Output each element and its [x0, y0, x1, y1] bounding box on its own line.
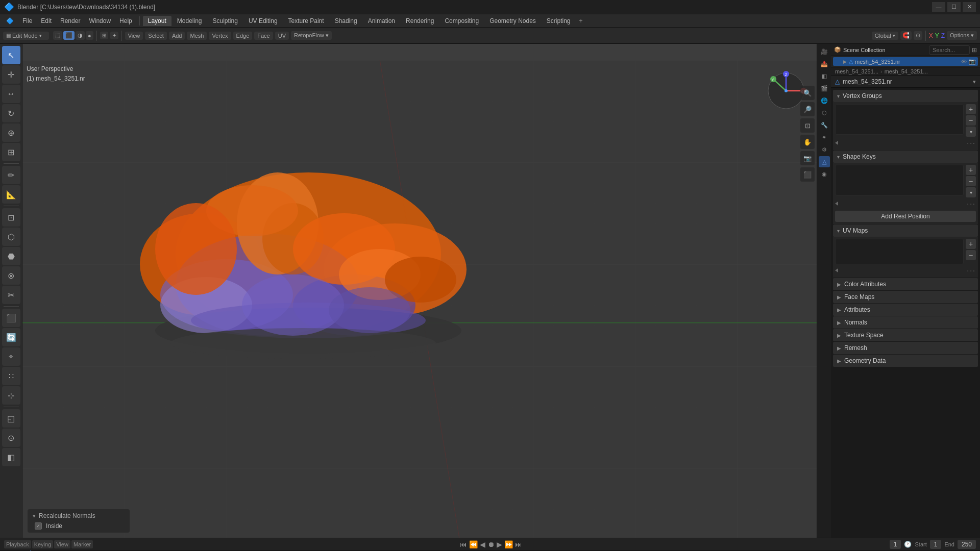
workspace-animation[interactable]: Animation [363, 16, 400, 26]
tool-knife[interactable]: ✂ [2, 286, 20, 304]
menu-uv-btn[interactable]: UV [275, 32, 289, 40]
add-rest-position-btn[interactable]: Add Rest Position [835, 211, 976, 222]
menu-edit[interactable]: Edit [37, 16, 56, 26]
tool-inset[interactable]: ⬡ [2, 228, 20, 246]
prop-icon-physics[interactable]: ⚙ [819, 144, 830, 155]
tool-spin[interactable]: 🔄 [2, 328, 20, 346]
workspace-sculpting[interactable]: Sculpting [208, 16, 243, 26]
remesh-header[interactable]: ▶ Remesh [833, 342, 978, 354]
tool-transform[interactable]: ⊞ [2, 143, 20, 161]
viewport-shading-btn-3[interactable]: ◑ [76, 31, 85, 40]
mode-selector[interactable]: ▦ Edit Mode ▾ [3, 32, 49, 40]
prev-frame-btn[interactable]: ⏪ [469, 540, 478, 548]
viewport[interactable]: User Perspective (1) mesh_54_3251.nr X Y [22, 44, 817, 538]
workspace-compositing[interactable]: Compositing [439, 16, 484, 26]
stop-btn[interactable]: ⏺ [487, 540, 495, 548]
face-maps-header[interactable]: ▶ Face Maps [833, 291, 978, 303]
tool-scale[interactable]: ⊕ [2, 123, 20, 142]
uv-nav-arrow[interactable] [835, 268, 838, 272]
workspace-texture-paint[interactable]: Texture Paint [283, 16, 329, 26]
attributes-header[interactable]: ▶ Attributes [833, 304, 978, 316]
menu-add-btn[interactable]: Add [169, 32, 185, 40]
normals-header[interactable]: ▶ Normals [833, 316, 978, 329]
tool-loop-cut[interactable]: ⊗ [2, 266, 20, 285]
vertex-group-options-btn[interactable]: ▾ [966, 127, 976, 137]
workspace-geometry-nodes[interactable]: Geometry Nodes [484, 16, 541, 26]
prop-icon-object[interactable]: ⬡ [819, 107, 830, 118]
play-reverse-btn[interactable]: ◀ [480, 540, 485, 548]
prop-icon-particles[interactable]: ⁕ [819, 132, 830, 143]
playback-btn[interactable]: Playback [4, 540, 31, 548]
prop-icon-material[interactable]: ◉ [819, 168, 830, 180]
vertex-groups-header[interactable]: ▾ Vertex Groups [833, 90, 978, 102]
shape-key-options-btn[interactable]: ▾ [966, 187, 976, 197]
breadcrumb-item-1[interactable]: mesh_54_3251... [835, 68, 878, 74]
proportional-btn[interactable]: ⊙ [914, 31, 922, 40]
geometry-data-header[interactable]: ▶ Geometry Data [833, 355, 978, 367]
workspace-shading[interactable]: Shading [330, 16, 362, 26]
shape-keys-header[interactable]: ▾ Shape Keys [833, 151, 978, 163]
current-frame-input[interactable]: 1 [890, 540, 901, 549]
workspace-modeling[interactable]: Modeling [172, 16, 207, 26]
prop-icon-modifier[interactable]: 🔧 [819, 119, 830, 131]
start-frame-input[interactable]: 1 [930, 540, 942, 549]
prop-icon-scene[interactable]: 🎬 [819, 83, 830, 94]
snapping-btn[interactable]: 🧲 [900, 31, 912, 40]
sk-nav-arrow[interactable] [835, 202, 838, 206]
menu-retopoflow-btn[interactable]: RetopoFlow ▾ [291, 31, 332, 40]
zoom-in-btn[interactable]: 🔍 [800, 86, 815, 100]
camera-btn[interactable]: 📷 [800, 151, 815, 165]
tool-cursor[interactable]: ✛ [2, 65, 20, 84]
tool-smooth[interactable]: ⌖ [2, 347, 20, 366]
tool-annotate[interactable]: ✏ [2, 166, 20, 184]
vg-nav-btn[interactable] [835, 141, 838, 145]
scene-item-mesh[interactable]: ▶ △ mesh_54_3251.nr 👁 📷 [833, 57, 978, 66]
play-btn[interactable]: ▶ [497, 540, 502, 548]
maximize-button[interactable]: ☐ [947, 2, 961, 12]
workspace-uv-editing[interactable]: UV Editing [243, 16, 283, 26]
menu-render[interactable]: Render [56, 16, 84, 26]
inside-checkbox[interactable]: ✓ [35, 522, 42, 530]
render-visibility-icon[interactable]: 📷 [969, 58, 976, 65]
transform-btn[interactable]: Global ▾ [872, 32, 898, 40]
tool-slide-relax[interactable]: ⊹ [2, 386, 20, 405]
workspace-layout[interactable]: Layout [143, 16, 172, 26]
tool-rip-region[interactable]: ◧ [2, 448, 20, 466]
menu-file[interactable]: File [18, 16, 36, 26]
zoom-extents-btn[interactable]: ⊡ [800, 118, 815, 133]
render-btn[interactable]: ⬛ [800, 167, 815, 182]
prop-icon-world[interactable]: 🌐 [819, 95, 830, 106]
menu-window[interactable]: Window [85, 16, 115, 26]
workspace-rendering[interactable]: Rendering [401, 16, 439, 26]
tool-move[interactable]: ↔ [2, 85, 20, 103]
pan-btn[interactable]: ✋ [800, 135, 815, 149]
menu-select-btn[interactable]: Select [145, 32, 167, 40]
tool-rotate[interactable]: ↻ [2, 104, 20, 122]
tool-to-sphere[interactable]: ⊙ [2, 429, 20, 447]
remove-vertex-group-btn[interactable]: − [966, 115, 976, 126]
filter-icon[interactable]: ⊞ [972, 46, 977, 54]
tool-randomize[interactable]: ∷ [2, 367, 20, 385]
prop-icon-data[interactable]: △ [819, 156, 830, 167]
tool-bevel[interactable]: ⬣ [2, 247, 20, 265]
prop-icon-view[interactable]: ◧ [819, 70, 830, 82]
remove-uv-map-btn[interactable]: − [966, 250, 976, 260]
menu-view-btn[interactable]: View [125, 32, 143, 40]
add-shape-key-btn[interactable]: + [966, 165, 976, 175]
viewport-canvas[interactable]: User Perspective (1) mesh_54_3251.nr X Y [22, 60, 817, 538]
view-btn[interactable]: View [54, 540, 70, 548]
close-button[interactable]: ✕ [963, 2, 976, 12]
minimize-button[interactable]: — [932, 2, 945, 12]
operator-panel-header[interactable]: ▾ Recalculate Normals [33, 512, 125, 519]
visibility-icon[interactable]: 👁 [961, 59, 967, 65]
remove-shape-key-btn[interactable]: − [966, 176, 976, 186]
add-vertex-group-btn[interactable]: + [966, 104, 976, 114]
go-first-btn[interactable]: ⏮ [460, 540, 467, 548]
go-last-btn[interactable]: ⏭ [515, 540, 522, 548]
menu-mesh-btn[interactable]: Mesh [187, 32, 207, 40]
prop-icon-output[interactable]: 📤 [819, 58, 830, 69]
workspace-scripting[interactable]: Scripting [542, 16, 576, 26]
menu-vertex-btn[interactable]: Vertex [209, 32, 231, 40]
menu-blender[interactable]: 🔷 [2, 16, 18, 26]
add-uv-map-btn[interactable]: + [966, 239, 976, 249]
